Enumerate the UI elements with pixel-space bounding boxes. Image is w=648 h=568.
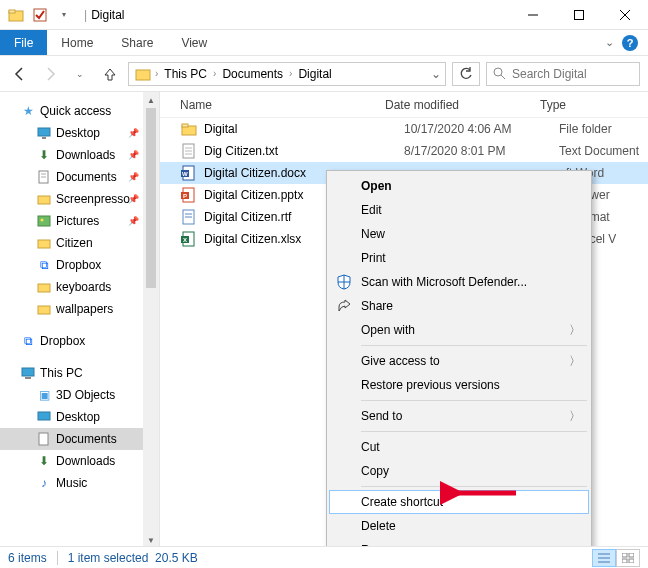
- tree-dropbox-pin[interactable]: ⧉Dropbox: [0, 254, 143, 276]
- folder-icon: [36, 235, 52, 251]
- file-row[interactable]: Dig Citizen.txt8/17/2020 8:01 PMText Doc…: [160, 140, 648, 162]
- pictures-icon: [36, 213, 52, 229]
- svg-point-8: [494, 68, 502, 76]
- address-dropdown-icon[interactable]: ⌄: [431, 67, 441, 81]
- view-thumbnails-button[interactable]: [616, 549, 640, 567]
- ctx-separator: [361, 345, 587, 346]
- svg-rect-1: [9, 10, 15, 13]
- desktop-icon: [36, 409, 52, 425]
- ctx-scan[interactable]: Scan with Microsoft Defender...: [329, 270, 589, 294]
- context-menu: Open Edit New Print Scan with Microsoft …: [326, 170, 592, 568]
- ctx-restore[interactable]: Restore previous versions: [329, 373, 589, 397]
- docx-icon: W: [180, 164, 198, 182]
- help-icon[interactable]: ?: [622, 35, 638, 51]
- breadcrumb-bar[interactable]: › This PC › Documents › Digital ⌄: [128, 62, 446, 86]
- ctx-edit[interactable]: Edit: [329, 198, 589, 222]
- svg-rect-18: [38, 240, 50, 248]
- ctx-cut[interactable]: Cut: [329, 435, 589, 459]
- svg-rect-10: [38, 128, 50, 136]
- qat-dropdown-icon[interactable]: ▾: [54, 5, 74, 25]
- chevron-right-icon[interactable]: ›: [155, 68, 158, 79]
- tree-citizen[interactable]: Citizen: [0, 232, 143, 254]
- up-button[interactable]: [98, 62, 122, 86]
- properties-icon[interactable]: [30, 5, 50, 25]
- tree-desktop2[interactable]: Desktop: [0, 406, 143, 428]
- chevron-right-icon[interactable]: ›: [213, 68, 216, 79]
- col-type[interactable]: Type: [540, 98, 648, 112]
- navigation-pane: ★Quick access Desktop📌 ⬇Downloads📌 Docum…: [0, 92, 160, 548]
- search-box[interactable]: Search Digital: [486, 62, 640, 86]
- scroll-thumb[interactable]: [146, 108, 156, 288]
- col-name[interactable]: Name: [180, 98, 385, 112]
- tree-dropbox[interactable]: ⧉Dropbox: [0, 330, 143, 352]
- ctx-create-shortcut[interactable]: Create shortcut: [329, 490, 589, 514]
- svg-rect-15: [38, 196, 50, 204]
- svg-text:P: P: [183, 193, 187, 199]
- tree-screenpresso[interactable]: Screenpresso📌: [0, 188, 143, 210]
- file-date: 10/17/2020 4:06 AM: [404, 122, 559, 136]
- crumb-documents[interactable]: Documents: [218, 67, 287, 81]
- tab-view[interactable]: View: [167, 30, 221, 55]
- ctx-openwith[interactable]: Open with〉: [329, 318, 589, 342]
- file-row[interactable]: Digital10/17/2020 4:06 AMFile folder: [160, 118, 648, 140]
- tree-music[interactable]: ♪Music: [0, 472, 143, 494]
- folder-icon: [36, 301, 52, 317]
- scroll-up-icon[interactable]: ▲: [143, 92, 159, 108]
- svg-rect-52: [629, 559, 634, 563]
- minimize-button[interactable]: [510, 0, 556, 30]
- tree-quick-access[interactable]: ★Quick access: [0, 100, 143, 122]
- tree-documents[interactable]: Documents📌: [0, 166, 143, 188]
- ctx-copy[interactable]: Copy: [329, 459, 589, 483]
- tree-documents2[interactable]: Documents: [0, 428, 143, 450]
- crumb-digital[interactable]: Digital: [294, 67, 335, 81]
- svg-rect-21: [22, 368, 34, 376]
- ctx-share[interactable]: Share: [329, 294, 589, 318]
- tree-downloads[interactable]: ⬇Downloads📌: [0, 144, 143, 166]
- tree-3dobjects[interactable]: ▣3D Objects: [0, 384, 143, 406]
- chevron-right-icon[interactable]: ›: [289, 68, 292, 79]
- ribbon-expand-icon[interactable]: ⌄: [605, 36, 614, 49]
- ctx-open[interactable]: Open: [329, 174, 589, 198]
- forward-button[interactable]: [38, 62, 62, 86]
- tab-file[interactable]: File: [0, 30, 47, 55]
- downloads-icon: ⬇: [36, 453, 52, 469]
- ctx-sendto[interactable]: Send to〉: [329, 404, 589, 428]
- tab-home[interactable]: Home: [47, 30, 107, 55]
- maximize-button[interactable]: [556, 0, 602, 30]
- tab-share[interactable]: Share: [107, 30, 167, 55]
- status-items: 6 items: [8, 551, 58, 565]
- recent-dropdown-icon[interactable]: ⌄: [68, 62, 92, 86]
- folder-icon: [36, 279, 52, 295]
- crumb-thispc[interactable]: This PC: [160, 67, 211, 81]
- txt-icon: [180, 142, 198, 160]
- documents-icon: [36, 431, 52, 447]
- ctx-new[interactable]: New: [329, 222, 589, 246]
- tree-desktop[interactable]: Desktop📌: [0, 122, 143, 144]
- tree-pictures[interactable]: Pictures📌: [0, 210, 143, 232]
- objects3d-icon: ▣: [36, 387, 52, 403]
- tree-wallpapers[interactable]: wallpapers: [0, 298, 143, 320]
- ctx-delete[interactable]: Delete: [329, 514, 589, 538]
- chevron-right-icon: 〉: [569, 353, 581, 370]
- svg-rect-49: [622, 553, 627, 557]
- tree-keyboards[interactable]: keyboards: [0, 276, 143, 298]
- view-details-button[interactable]: [592, 549, 616, 567]
- svg-rect-20: [38, 306, 50, 314]
- titlebar: ▾ | Digital: [0, 0, 648, 30]
- nav-scrollbar[interactable]: ▲ ▼: [143, 92, 159, 548]
- svg-line-9: [501, 75, 505, 79]
- svg-text:W: W: [182, 171, 188, 177]
- tree-downloads2[interactable]: ⬇Downloads: [0, 450, 143, 472]
- refresh-button[interactable]: [452, 62, 480, 86]
- ctx-separator: [361, 400, 587, 401]
- quick-access-toolbar: ▾: [0, 5, 80, 25]
- ctx-print[interactable]: Print: [329, 246, 589, 270]
- window-title: Digital: [91, 8, 124, 22]
- col-date[interactable]: Date modified: [385, 98, 540, 112]
- svg-rect-23: [38, 412, 50, 420]
- back-button[interactable]: [8, 62, 32, 86]
- ctx-giveaccess[interactable]: Give access to〉: [329, 349, 589, 373]
- close-button[interactable]: [602, 0, 648, 30]
- pptx-icon: P: [180, 186, 198, 204]
- tree-thispc[interactable]: This PC: [0, 362, 143, 384]
